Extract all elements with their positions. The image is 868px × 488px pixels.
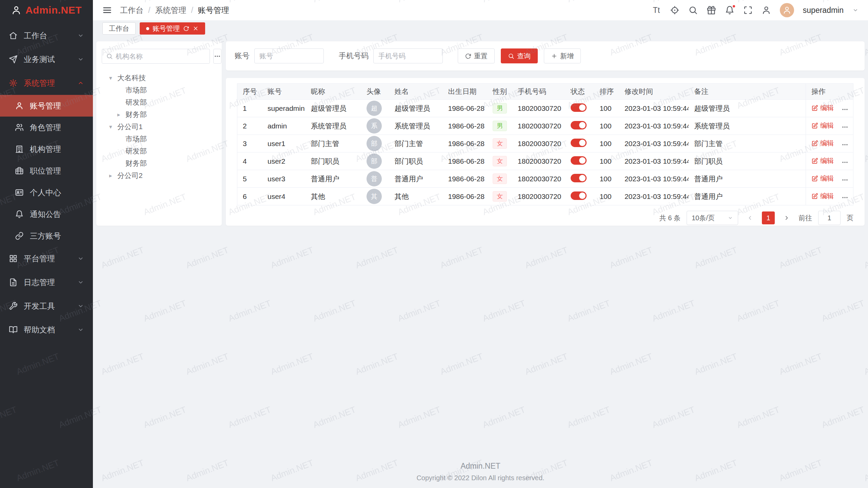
cell-birthdate: 1986-06-28 [442,188,487,205]
edit-button[interactable]: 编辑 [811,156,834,165]
tab-工作台[interactable]: 工作台 [102,22,136,35]
search-button[interactable]: 查询 [501,48,538,63]
chevron-left-icon [747,215,753,221]
row-more-button[interactable] [841,159,849,166]
cell-phone: 18020030720 [512,152,565,170]
locate-icon[interactable] [670,5,679,15]
username[interactable]: superadmin [803,6,844,15]
tree-node[interactable]: 市场部 [102,84,216,96]
sidebar-item-profile[interactable]: 个人中心 [0,182,93,203]
row-more-button[interactable] [841,106,849,113]
cell-modified-time: 2023-01-03 10:59:44 [619,117,689,135]
tree-node[interactable]: 市场部 [102,133,216,145]
sidebar-item-account[interactable]: 账号管理 [0,95,93,117]
prev-page-button[interactable] [744,212,756,224]
row-more-button[interactable] [841,176,849,184]
fullscreen-icon[interactable] [743,5,753,15]
row-avatar: 普 [367,171,382,186]
sidebar-item-post[interactable]: 职位管理 [0,160,93,182]
table-row: 6 user4 其他 其 其他 1986-06-28 女 18020030720… [237,188,853,205]
tree-node-label: 研发部 [125,146,147,156]
table-row: 5 user3 普通用户 普 普通用户 1986-06-28 女 1802003… [237,170,853,188]
sidebar-item-label: 业务测试 [24,54,55,65]
sidebar-item-third-account[interactable]: 三方账号 [0,225,93,247]
sidebar-item-log[interactable]: 日志管理 [0,270,93,294]
sidebar-item-workbench[interactable]: 工作台 [0,24,93,47]
sidebar-item-business-test[interactable]: 业务测试 [0,47,93,71]
status-toggle[interactable] [571,121,587,129]
locate-glyph [670,5,679,15]
briefcase-icon [15,166,24,175]
status-toggle[interactable] [571,139,587,147]
tree-more-button[interactable] [213,49,221,64]
breadcrumb-item[interactable]: 账号管理 [198,5,229,16]
user-icon[interactable] [762,5,771,15]
cell-sort: 100 [594,117,619,135]
cell-nickname: 部门职员 [305,152,361,170]
status-toggle[interactable] [571,191,587,200]
tree-caret-icon[interactable]: ▾ [109,123,117,130]
bell-icon[interactable] [725,5,734,15]
row-more-button[interactable] [841,194,849,201]
edit-button-label: 编辑 [820,103,834,113]
tree-node[interactable]: ▸ 财务部 [102,108,216,121]
cell-account: user3 [262,170,305,188]
edit-button[interactable]: 编辑 [811,121,834,130]
tree-node[interactable]: 研发部 [102,96,216,108]
tree-caret-icon[interactable]: ▸ [117,111,125,118]
font-size-icon[interactable]: Tt [652,5,661,15]
sidebar-item-help[interactable]: 帮助文档 [0,318,93,342]
sidebar-item-system[interactable]: 系统管理 [0,71,93,95]
more-dots-icon [841,159,849,166]
account-input[interactable] [254,48,324,63]
sidebar-item-platform[interactable]: 平台管理 [0,247,93,270]
app-logo[interactable]: Admin.NET [0,0,93,20]
edit-button[interactable]: 编辑 [811,174,834,183]
sidebar-item-notice[interactable]: 通知公告 [0,203,93,225]
sidebar-toggle-icon[interactable] [102,5,112,15]
cell-index: 4 [237,152,262,170]
breadcrumb-item[interactable]: 系统管理 [155,5,186,16]
tree-node-label: 大名科技 [117,73,146,83]
breadcrumb-item[interactable]: 工作台 [120,5,143,16]
sidebar-item-label: 三方账号 [30,231,61,241]
tab-账号管理[interactable]: 账号管理 [140,22,205,35]
current-page-button[interactable]: 1 [762,211,775,224]
tree-node[interactable]: ▾ 大名科技 [102,72,216,84]
sidebar-item-devtools[interactable]: 开发工具 [0,294,93,318]
status-toggle[interactable] [571,174,587,182]
cell-name: 部门职员 [389,152,442,170]
edit-button[interactable]: 编辑 [811,139,834,148]
reset-button[interactable]: 重置 [458,48,495,63]
page-size-select[interactable]: 10条/页 [687,211,738,225]
search-icon[interactable] [688,5,698,15]
org-search-input[interactable] [116,53,205,60]
tree-caret-icon[interactable]: ▾ [109,75,117,82]
sidebar-item-role[interactable]: 角色管理 [0,117,93,138]
status-toggle[interactable] [571,156,587,165]
row-more-button[interactable] [841,123,849,131]
notification-badge [732,4,736,8]
building-icon [15,145,24,154]
next-page-button[interactable] [781,212,792,224]
tree-node[interactable]: ▸ 分公司2 [102,169,216,182]
cell-remark: 系统管理员 [689,117,806,135]
users-icon [15,123,24,132]
sidebar-menu: 工作台 业务测试 系统管理 账号管理 角色管理 机构管理 [0,20,93,342]
tree-caret-icon[interactable]: ▸ [109,172,117,179]
tree-node[interactable]: 财务部 [102,157,216,169]
row-more-button[interactable] [841,141,849,148]
sidebar: Admin.NET 工作台 业务测试 系统管理 账号管理 角色管理 [0,0,93,488]
user-avatar[interactable] [780,3,794,17]
column-header: 操作 [806,84,853,100]
status-toggle[interactable] [571,103,587,112]
tree-node[interactable]: 研发部 [102,145,216,157]
goto-page-input[interactable] [818,211,841,225]
tree-node[interactable]: ▾ 分公司1 [102,121,216,133]
phone-input[interactable] [373,48,443,63]
edit-button[interactable]: 编辑 [811,103,834,113]
sidebar-item-org[interactable]: 机构管理 [0,138,93,160]
gift-icon[interactable] [707,5,716,15]
add-button[interactable]: 新增 [544,48,581,63]
edit-button[interactable]: 编辑 [811,191,834,201]
